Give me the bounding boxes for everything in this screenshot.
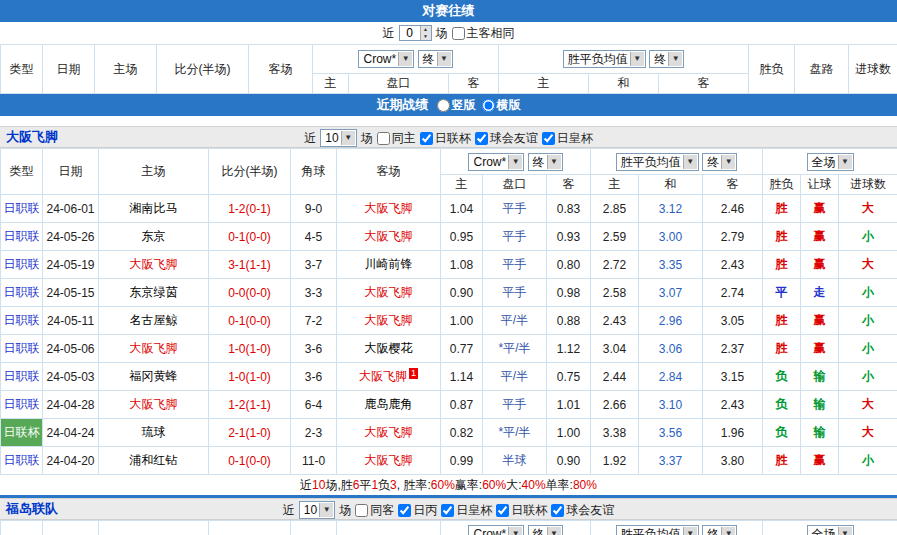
summary-segment: 60%	[431, 478, 455, 492]
result-cell: 胜	[763, 307, 801, 335]
handicap-cell: 平/半	[483, 363, 547, 391]
handicap-result-cell: 赢	[801, 251, 839, 279]
games-label: 场	[436, 25, 448, 42]
team2-count-select[interactable]: 10	[299, 501, 335, 519]
euro-away-odds-cell: 1.96	[703, 419, 763, 447]
select-value: 终	[707, 155, 719, 169]
scope-select[interactable]: 全场	[807, 525, 854, 535]
checkbox-input[interactable]	[496, 504, 509, 517]
checkbox-option[interactable]: 同主	[377, 130, 416, 147]
euro-final-select[interactable]: 终	[649, 50, 684, 68]
euro-company-select[interactable]: 胜平负均值	[616, 525, 699, 535]
asia-away-header: 客	[449, 74, 499, 94]
checkbox-input[interactable]	[377, 132, 390, 145]
near-label: 近	[383, 25, 395, 42]
option-label: 横版	[497, 97, 521, 114]
checkbox-input[interactable]	[420, 132, 433, 145]
home-team-cell: 东京	[99, 223, 209, 251]
score-cell: 0-1(0-0)	[209, 447, 291, 475]
checkbox-option[interactable]: 球会友谊	[475, 130, 538, 147]
checkbox-option[interactable]: 日皇杯	[441, 502, 492, 519]
checkbox-input[interactable]	[355, 504, 368, 517]
asia-company-select[interactable]: Crow*	[468, 525, 524, 535]
spacer	[0, 116, 897, 126]
checkbox-option[interactable]: 日联杯	[420, 130, 471, 147]
col-corner-header: 角球	[291, 149, 337, 195]
match-row: 日职联24-06-01湘南比马1-2(0-1)9-0大阪飞脚1.04平手0.83…	[1, 195, 897, 223]
option-label: 日丙	[413, 502, 437, 519]
radio-option[interactable]: 竖版	[437, 97, 476, 114]
euro-company-select[interactable]: 胜平负均值	[563, 50, 646, 68]
team1-count-select[interactable]: 10	[320, 129, 356, 147]
team1-summary: 近10场,胜6平1负3, 胜率:60% 赢率:60% 大:40% 单率:80%	[0, 475, 897, 495]
radio-input[interactable]	[437, 99, 450, 112]
summary-segment: 1	[371, 478, 378, 492]
col-home-header: 主场	[99, 149, 209, 195]
checkbox-input[interactable]	[542, 132, 555, 145]
asia-home-header: 主	[313, 74, 349, 94]
handicap-result-cell: 赢	[801, 307, 839, 335]
score-cell: 1-2(1-1)	[209, 391, 291, 419]
scope-select[interactable]: 全场	[807, 153, 854, 171]
euro-away-odds-cell: 2.37	[703, 335, 763, 363]
checkbox-option[interactable]: 球会友谊	[551, 502, 614, 519]
checkbox-option[interactable]: 日联杯	[496, 502, 547, 519]
checkbox-input[interactable]	[441, 504, 454, 517]
goals-cell: 小	[839, 223, 897, 251]
match-row: 日职联24-05-15东京绿茵0-0(0-0)3-3大阪飞脚0.90平手0.98…	[1, 279, 897, 307]
h2h-count-input[interactable]	[400, 26, 420, 40]
score-cell: 1-2(0-1)	[209, 195, 291, 223]
asia-final-select[interactable]: 终	[528, 153, 563, 171]
checkbox-input[interactable]	[551, 504, 564, 517]
radio-input[interactable]	[482, 99, 495, 112]
goals-cell: 小	[839, 447, 897, 475]
asia-final-select[interactable]: 终	[418, 50, 453, 68]
spinner-arrows-icon[interactable]: ▲▼	[420, 26, 431, 40]
away-team-cell: 大阪飞脚	[337, 447, 441, 475]
home-team-cell: 琉球	[99, 419, 209, 447]
checkbox-option[interactable]: 同客	[355, 502, 394, 519]
result-cell: 负	[763, 363, 801, 391]
h2h-count-spinner[interactable]: ▲▼	[399, 25, 432, 41]
handicap-result-cell: 赢	[801, 195, 839, 223]
euro-away-odds-cell: 2.46	[703, 195, 763, 223]
asia-home-odds-cell: 1.00	[441, 307, 483, 335]
asia-company-select[interactable]: Crow*	[358, 50, 414, 68]
col-result-header: 胜负	[763, 175, 801, 195]
checkbox-input[interactable]	[398, 504, 411, 517]
summary-segment: 单率:	[546, 477, 573, 494]
euro-away-odds-cell: 3.15	[703, 363, 763, 391]
euro-away-odds-cell: 2.79	[703, 223, 763, 251]
corner-cell: 2-3	[291, 419, 337, 447]
league-cell: 日职联	[1, 363, 43, 391]
away-team-cell: 大阪飞脚	[337, 279, 441, 307]
asia-home-odds-cell: 1.04	[441, 195, 483, 223]
home-team-cell: 东京绿茵	[99, 279, 209, 307]
goals-cell: 大	[839, 251, 897, 279]
checkbox-option[interactable]: 日丙	[398, 502, 437, 519]
asia-company-select[interactable]: Crow*	[468, 153, 524, 171]
radio-option[interactable]: 横版	[482, 97, 521, 114]
score-cell: 1-0(1-0)	[209, 335, 291, 363]
checkbox-option[interactable]: 日皇杯	[542, 130, 593, 147]
same-home-away-label: 主客相同	[467, 25, 515, 42]
checkbox-input[interactable]	[475, 132, 488, 145]
same-home-away-checkbox[interactable]: 主客相同	[452, 25, 515, 42]
team1-filter-checkboxes: 同主日联杯球会友谊日皇杯	[377, 130, 593, 147]
asia-handicap-header: 盘口	[349, 74, 449, 94]
match-row: 日职联24-04-20浦和红钻0-1(0-0)11-0大阪飞脚0.99半球0.9…	[1, 447, 897, 475]
euro-final-select[interactable]: 终	[702, 153, 737, 171]
asia-final-select[interactable]: 终	[528, 525, 563, 535]
corner-cell: 7-2	[291, 307, 337, 335]
euro-draw-odds-cell: 3.56	[639, 419, 703, 447]
away-team-cell: 鹿岛鹿角	[337, 391, 441, 419]
handicap-cell: *平/半	[483, 335, 547, 363]
match-row: 日职联24-05-19大阪飞脚3-1(1-1)3-7川崎前锋1.08平手0.80…	[1, 251, 897, 279]
away-team-cell: 大阪飞脚1	[337, 363, 441, 391]
same-home-away-checkbox-input[interactable]	[452, 27, 465, 40]
euro-company-select[interactable]: 胜平负均值	[616, 153, 699, 171]
euro-final-select[interactable]: 终	[702, 525, 737, 535]
home-team-cell: 大阪飞脚	[99, 391, 209, 419]
score-cell: 0-0(0-0)	[209, 279, 291, 307]
asia-away-header: 客	[547, 175, 591, 195]
